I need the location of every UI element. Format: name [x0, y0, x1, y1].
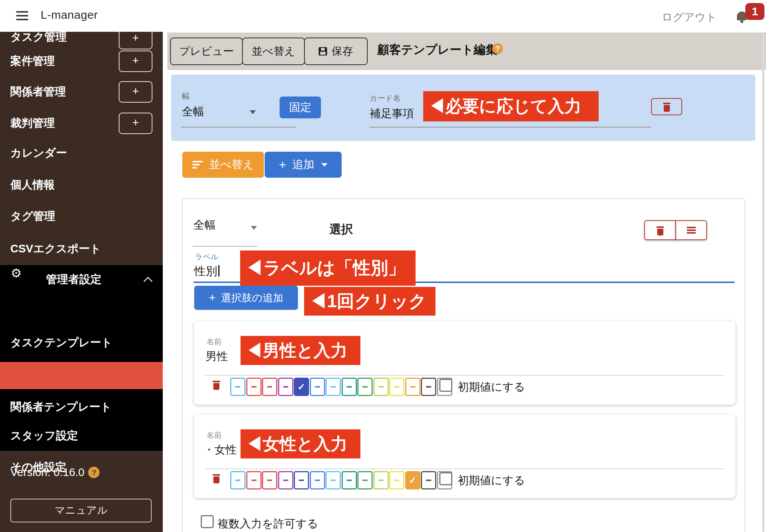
trash-icon [656, 225, 664, 236]
color-swatch[interactable] [278, 378, 293, 396]
color-swatch[interactable] [326, 471, 341, 489]
field-menu-button[interactable] [675, 220, 707, 240]
sidebar-item-calendar[interactable]: カレンダー [10, 146, 67, 161]
divider [205, 375, 724, 376]
add-trial-button[interactable]: + [119, 113, 152, 134]
scrollbar[interactable] [762, 34, 764, 532]
sidebar-item-trial-management[interactable]: 裁判管理 [10, 116, 55, 131]
color-swatch[interactable]: ✓ [294, 378, 309, 396]
toolbar: プレビュー 並べ替え 保存 顧客テンプレート編集 ? [167, 33, 766, 70]
annotation-option-female: ◀女性と入力 [241, 429, 360, 458]
color-swatch[interactable] [326, 378, 341, 396]
admin-settings-header[interactable]: 管理者設定 [46, 272, 101, 287]
add-party-button[interactable]: + [119, 81, 152, 103]
caret-down-icon [321, 163, 327, 167]
color-swatch[interactable] [357, 378, 373, 396]
sidebar-item-csv-export[interactable]: CSVエクスポート [10, 241, 101, 257]
color-swatch[interactable] [262, 378, 277, 396]
name-field-label: 名前 [206, 337, 222, 347]
option-name-input[interactable]: ・女性 [203, 442, 237, 458]
gear-icon: ⚙ [11, 266, 22, 280]
delete-option-button[interactable] [213, 473, 220, 483]
default-checkbox-label: 初期値にする [458, 380, 525, 395]
width-select-underline [181, 127, 296, 128]
save-button[interactable]: 保存 [304, 38, 368, 65]
add-field-button[interactable]: + 追加 [265, 152, 342, 178]
annotation-label: ◀ラベルは「性別」 [240, 250, 416, 286]
color-swatch-row: ✓ [230, 471, 452, 489]
color-swatch[interactable] [389, 378, 404, 396]
manual-button[interactable]: マニュアル [10, 499, 152, 522]
add-option-button[interactable]: +選択肢の追加 [194, 286, 298, 310]
color-swatch[interactable] [278, 471, 293, 489]
color-swatch[interactable] [230, 471, 246, 489]
option-card-female: 名前 ・女性 ◀女性と入力 ✓ 初期値にする [194, 414, 736, 498]
sidebar-item-case-management[interactable]: 案件管理 [10, 54, 55, 69]
annotation-option-male: ◀男性と入力 [241, 336, 360, 365]
option-card-male: 名前 男性 ◀男性と入力 ✓ 初期値にする [194, 321, 736, 405]
color-swatch-row: ✓ [230, 378, 452, 396]
color-swatch[interactable] [310, 471, 325, 489]
sidebar-item-personal-info[interactable]: 個人情報 [10, 177, 55, 193]
divider [205, 468, 724, 469]
option-name-input[interactable]: 男性 [206, 349, 228, 364]
sidebar-item-task-management[interactable]: タスク管理 [10, 29, 67, 45]
color-swatch[interactable] [246, 471, 262, 489]
color-swatch[interactable] [246, 378, 262, 396]
color-swatch[interactable] [342, 378, 357, 396]
preview-button[interactable]: プレビュー [170, 38, 243, 65]
color-swatch[interactable] [262, 471, 277, 489]
multiple-input-checkbox[interactable] [201, 515, 214, 528]
menu-icon[interactable] [16, 11, 28, 20]
page-title: 顧客テンプレート編集 [377, 42, 498, 58]
sidebar-item-tag-management[interactable]: タグ管理 [10, 209, 55, 224]
color-swatch[interactable] [342, 471, 357, 489]
color-swatch[interactable] [294, 471, 309, 489]
color-swatch[interactable] [230, 378, 246, 396]
name-field-label: 名前 [206, 430, 222, 440]
delete-card-button[interactable] [651, 98, 682, 115]
width-select[interactable]: 全幅 [182, 104, 204, 119]
field-type-label: 選択 [329, 221, 353, 237]
plus-icon: + [279, 158, 286, 172]
menu-lines-icon [687, 227, 696, 234]
sidebar-active-item-highlight [0, 362, 163, 389]
sidebar-item-party-management[interactable]: 関係者管理 [10, 84, 66, 100]
color-swatch[interactable] [421, 378, 436, 396]
color-swatch[interactable] [389, 471, 404, 489]
notification-badge: 1 [745, 3, 764, 20]
fixed-button[interactable]: 固定 [280, 97, 321, 118]
sidebar-item-staff-settings[interactable]: スタッフ設定 [10, 428, 78, 444]
color-swatch[interactable] [373, 378, 389, 396]
add-case-button[interactable]: + [119, 51, 152, 72]
default-checkbox[interactable] [439, 472, 452, 485]
color-swatch[interactable] [310, 378, 325, 396]
version-label: Version: 0.16.0? [10, 466, 100, 479]
field-width-underline [193, 246, 258, 247]
version-help-icon[interactable]: ? [88, 467, 100, 478]
delete-field-button[interactable] [644, 220, 676, 240]
logout-button[interactable]: ログアウト [662, 10, 717, 25]
delete-option-button[interactable] [213, 380, 220, 390]
color-swatch[interactable] [357, 471, 373, 489]
field-width-select[interactable]: 全幅 [193, 218, 216, 233]
app-root: タスク管理 + 案件管理 + 関係者管理 + 裁判管理 + カレンダー 個人情報… [0, 0, 766, 532]
color-swatch[interactable]: ✓ [405, 471, 421, 489]
color-swatch[interactable] [373, 471, 389, 489]
reorder-options-button[interactable]: 並べ替え [182, 152, 264, 178]
sidebar-item-party-template-active[interactable]: 関係者テンプレート [10, 399, 111, 415]
sidebar-item-task-template[interactable]: タスクテンプレート [10, 335, 112, 350]
sort-button[interactable]: 並べ替え [242, 38, 305, 65]
label-field-label: ラベル [195, 252, 218, 262]
card-name-underline [370, 127, 651, 128]
text-cursor [218, 265, 219, 277]
card-name-input[interactable]: 補足事項 [370, 106, 414, 121]
label-input[interactable]: 性別 [194, 264, 219, 279]
card-settings-panel: 幅 全幅 固定 カード名 補足事項 ◀必要に応じて入力 [171, 75, 755, 141]
default-checkbox[interactable] [439, 379, 452, 392]
help-icon[interactable]: ? [492, 43, 503, 54]
sort-lines-icon [192, 161, 203, 169]
color-swatch[interactable] [421, 471, 436, 489]
admin-settings-section: ⚙ 管理者設定 タスクテンプレート 案件テンプレート 関係者テンプレート スタッ… [0, 265, 163, 451]
color-swatch[interactable] [405, 378, 421, 396]
